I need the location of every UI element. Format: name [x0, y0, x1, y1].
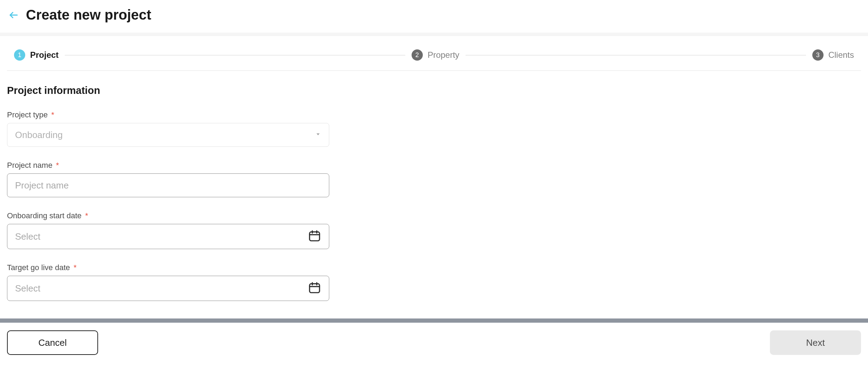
step-circle-2: 2 — [412, 49, 423, 61]
project-type-value: Onboarding — [15, 130, 63, 140]
label-text: Onboarding start date — [7, 211, 82, 220]
cancel-button[interactable]: Cancel — [7, 330, 98, 355]
field-onboarding-start-date: Onboarding start date * Select — [7, 211, 329, 249]
back-arrow-icon[interactable] — [8, 10, 19, 20]
page-title: Create new project — [26, 7, 151, 23]
required-marker: * — [85, 211, 88, 220]
required-marker: * — [74, 263, 77, 272]
onboarding-start-date-input[interactable]: Select — [7, 224, 329, 249]
field-project-type: Project type * Onboarding — [7, 110, 329, 147]
step-circle-3: 3 — [812, 49, 824, 61]
target-go-live-placeholder: Select — [15, 283, 40, 294]
label-target-go-live-date: Target go live date * — [7, 263, 329, 272]
required-marker: * — [51, 110, 54, 119]
section-divider — [7, 70, 861, 71]
section-title: Project information — [7, 85, 861, 96]
step-label-property: Property — [428, 50, 460, 60]
label-project-name: Project name * — [7, 161, 329, 170]
label-text: Project type — [7, 110, 48, 119]
field-target-go-live-date: Target go live date * Select — [7, 263, 329, 301]
label-onboarding-start-date: Onboarding start date * — [7, 211, 329, 220]
svg-rect-2 — [310, 232, 320, 241]
step-circle-1: 1 — [14, 49, 25, 61]
project-name-input[interactable] — [7, 173, 329, 197]
field-project-name: Project name * — [7, 161, 329, 197]
step-clients[interactable]: 3 Clients — [812, 49, 854, 61]
step-project[interactable]: 1 Project — [14, 49, 58, 61]
label-text: Project name — [7, 161, 53, 170]
next-button[interactable]: Next — [770, 330, 861, 355]
form-fields: Project type * Onboarding Project name * — [7, 110, 329, 301]
chevron-down-icon — [315, 131, 321, 139]
step-label-clients: Clients — [828, 50, 854, 60]
step-label-project: Project — [30, 50, 58, 60]
step-line — [65, 55, 405, 55]
svg-rect-6 — [310, 284, 320, 293]
label-text: Target go live date — [7, 263, 70, 272]
page-header: Create new project — [0, 0, 868, 33]
target-go-live-date-input[interactable]: Select — [7, 276, 329, 301]
project-type-select[interactable]: Onboarding — [7, 123, 329, 147]
required-marker: * — [56, 161, 59, 170]
label-project-type: Project type * — [7, 110, 329, 119]
footer-actions: Cancel Next — [0, 323, 868, 363]
step-property[interactable]: 2 Property — [412, 49, 460, 61]
header-divider-gap — [0, 33, 868, 36]
calendar-icon — [308, 281, 321, 296]
footer-separator-bar — [0, 318, 868, 323]
step-line — [466, 55, 806, 55]
wizard-stepper: 1 Project 2 Property 3 Clients — [7, 36, 861, 70]
onboarding-start-placeholder: Select — [15, 231, 40, 242]
svg-marker-1 — [317, 133, 320, 135]
calendar-icon — [308, 229, 321, 244]
